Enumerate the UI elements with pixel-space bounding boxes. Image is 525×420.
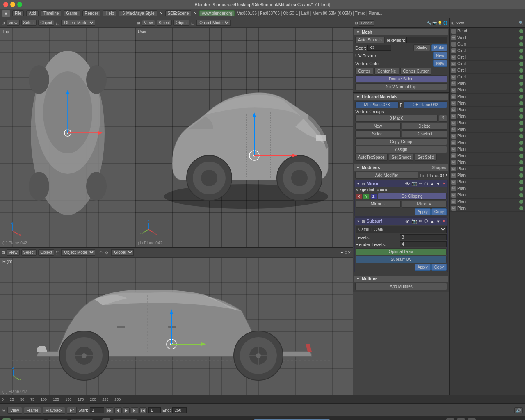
plan17-eye[interactable] [519,187,523,191]
render-menu[interactable]: Render [82,10,101,16]
scene-item-plan7[interactable]: MPlan [450,120,525,126]
close-layer-icon[interactable]: ✕ [160,11,163,16]
mirror-v-btn[interactable]: Mirror V [402,201,447,208]
scene-item-circl2[interactable]: M Circl [450,54,525,61]
subsurf-type-select[interactable]: Catmull-Clark [356,226,447,233]
plan14-eye[interactable] [519,167,523,171]
network-icon[interactable]: 📡 [446,418,454,420]
scene-item-plan13[interactable]: MPlan [450,159,525,166]
scene-item-plan14[interactable]: MPlan [450,166,525,172]
plan4-eye[interactable] [519,101,523,105]
places-btn[interactable]: Places [47,419,68,420]
scene-item-circl3[interactable]: M Circl [450,61,525,67]
worl-eye-icon[interactable] [519,36,523,40]
center-cursor-btn[interactable]: Center Cursor [400,68,432,75]
current-frame-input[interactable] [148,407,161,413]
scene-item-circl4[interactable]: M Circl [450,67,525,74]
scene-item-plan2[interactable]: MPlan [450,87,525,94]
mat-btn[interactable]: 0 Mat 0 [355,115,438,122]
plan16-eye[interactable] [519,180,523,184]
scene-item-plan3[interactable]: MPlan [450,94,525,100]
subsurf-apply-btn[interactable]: Apply [415,264,431,271]
do-clipping-btn[interactable]: Do Clipping [378,193,447,200]
file-menu[interactable]: File [12,10,24,16]
scene-item-plan18[interactable]: MPlan [450,192,525,199]
render-levels-input[interactable] [400,241,447,247]
circl4-eye-icon[interactable] [519,68,523,73]
me-btn[interactable]: ME:Plane.073 [355,101,399,108]
system-btn[interactable]: System [71,419,93,420]
degr-input[interactable] [368,45,391,51]
cam-eye-icon[interactable] [519,42,523,46]
plan1-eye[interactable] [519,82,523,86]
mirror-copy-btn[interactable]: Copy [431,208,447,215]
scene-item-plan12[interactable]: MPlan [450,153,525,159]
timeline-frame-btn[interactable]: Frame [24,407,41,414]
scene-item-plan8[interactable]: MPlan [450,126,525,133]
timeline-menu[interactable]: Timeline [41,10,61,16]
timeline-pr-btn[interactable]: Pr [67,407,77,414]
rend-eye-icon[interactable] [519,29,523,33]
circl3-eye-icon[interactable] [519,62,523,66]
terminal-btn[interactable]: Terminal [113,419,137,420]
applications-btn[interactable]: Applications [13,419,45,420]
vp-top-view-btn[interactable]: View [7,20,20,26]
viewport-user[interactable]: ⊞ View Select Object ⬚ Object Mode User [135,18,353,247]
mirror-u-btn[interactable]: Mirror U [356,201,401,208]
mat-select-btn[interactable]: Select [355,130,401,137]
viewport-right[interactable]: ⊞ View Select Object ⬚ Object Mode ☉ ⚙ G… [0,248,353,395]
plan20-eye[interactable] [519,206,523,210]
scene-item-worl[interactable]: W Worl [450,34,525,41]
copy-group-btn[interactable]: Copy Group [355,138,447,145]
scene-list-view-btn[interactable]: View [456,21,464,25]
mat-q-btn[interactable]: ? [439,115,447,122]
add-multires-btn[interactable]: Add Multires [355,283,447,290]
audio-btn[interactable]: 🔊 [514,407,523,413]
no-vnormal-btn[interactable]: No V.Normal Flip [355,83,447,90]
vp-right-mode-select[interactable]: Object Mode [61,249,95,256]
circl5-eye-icon[interactable] [519,75,523,79]
scene-item-plan20[interactable]: MPlan [450,205,525,212]
make-btn[interactable]: Make [431,44,447,51]
help-menu[interactable]: Help [103,10,116,16]
scene-item-plan11[interactable]: MPlan [450,146,525,153]
levels-input[interactable] [400,234,447,240]
uv-new-btn[interactable]: New [433,52,447,59]
prev-frame-btn[interactable]: ⏴ [114,407,122,413]
vp-user-object-btn[interactable]: Object [173,20,189,26]
set-smooth-btn[interactable]: Set Smoot [389,154,414,161]
mirror-delete-icon[interactable]: ✕ [442,181,446,186]
plan18-eye[interactable] [519,193,523,197]
jump-start-btn[interactable]: ⏮ [106,407,113,413]
center-ne-btn[interactable]: Center Ne [374,68,399,75]
vp-top-object-btn[interactable]: Object [38,20,54,26]
mirror-y-btn[interactable]: Y [363,194,370,199]
plan8-eye[interactable] [519,128,523,132]
set-solid-btn[interactable]: Set Solid [415,154,437,161]
scene-button[interactable]: SCE:Scene [165,10,192,16]
scene-item-plan16[interactable]: MPlan [450,179,525,185]
plan3-eye[interactable] [519,95,523,99]
scene-item-circl1[interactable]: M Circl [450,48,525,54]
plan19-eye[interactable] [519,200,523,204]
scene-item-rend[interactable]: R Rend [450,28,525,34]
mat-delete-btn[interactable]: Delete [402,123,447,130]
vp-top-mode-select[interactable]: Object Mode [61,20,95,26]
vp-right-view-btn[interactable]: View [7,249,20,256]
vp-top-select-btn[interactable]: Select [21,20,37,26]
scene-item-cam[interactable]: C Cam [450,41,525,48]
volume-icon[interactable]: 🔊 [457,418,465,420]
assign-btn[interactable]: Assign [355,146,447,153]
subsurf-down-icon[interactable]: ▼ [436,219,441,224]
vertex-new-btn[interactable]: New [433,60,447,67]
mirror-z-btn[interactable]: Z [370,194,377,199]
add-menu[interactable]: Add [26,10,39,16]
tex-mesh-input[interactable] [406,37,447,43]
subsurf-delete-icon[interactable]: ✕ [442,219,446,224]
plan13-eye[interactable] [519,160,523,164]
close-scene-icon[interactable]: ✕ [194,11,197,16]
vp-user-mode-select[interactable]: Object Mode [196,20,231,26]
plan11-eye[interactable] [519,147,523,151]
terminal-icon-btn[interactable]: 💻 [102,418,110,420]
plan9-eye[interactable] [519,134,523,138]
